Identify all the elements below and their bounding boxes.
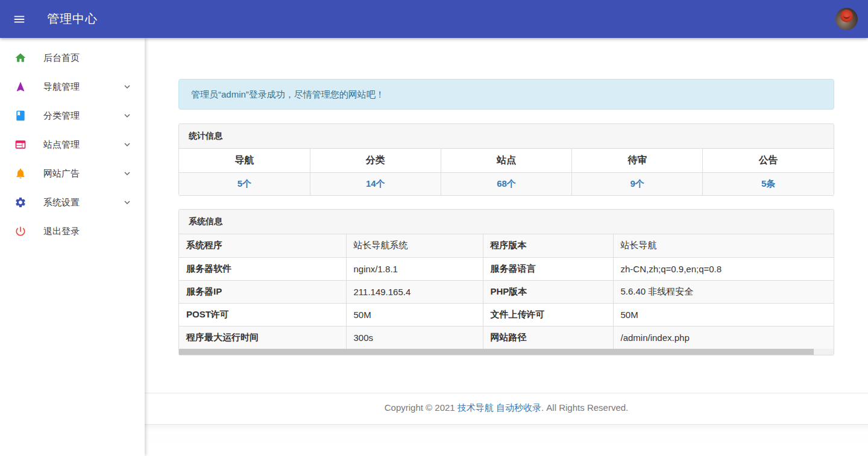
stats-card: 统计信息 导航 分类 站点 待审 公告 5个 14个 68个 [178, 123, 834, 196]
stat-value-notice-link[interactable]: 5条 [761, 178, 775, 189]
sys-value: 站长导航系统 [346, 234, 483, 257]
login-success-alert: 管理员“admin”登录成功，尽情管理您的网站吧！ [178, 79, 834, 110]
sidebar-item-logout[interactable]: 退出登录 [0, 217, 145, 246]
sidebar-item-label: 系统设置 [43, 197, 80, 208]
sys-value: zh-CN,zh;q=0.9,en;q=0.8 [613, 257, 834, 280]
power-icon [14, 225, 27, 237]
book-icon [14, 110, 27, 122]
sidebar-item-site-manage[interactable]: 站点管理 [0, 130, 145, 159]
sidebar-item-dashboard[interactable]: 后台首页 [0, 43, 145, 72]
sys-key: 程序版本 [483, 234, 613, 257]
chevron-down-icon [122, 139, 133, 150]
chevron-down-icon [122, 81, 133, 92]
sys-key: 程序最大运行时间 [179, 326, 346, 349]
sys-value: 300s [346, 326, 483, 349]
sys-value: /admin/index.php [613, 326, 834, 349]
copyright-suffix: . All Rights Reserved. [541, 402, 628, 413]
system-info-card: 系统信息 系统程序 站长导航系统 程序版本 站长导航 服务器软件 nginx/1… [178, 209, 834, 355]
stat-header-pending: 待审 [572, 149, 703, 172]
stat-value-nav-link[interactable]: 5个 [237, 178, 251, 189]
menu-toggle-button[interactable] [7, 7, 31, 31]
sys-key: 服务器语言 [483, 257, 613, 280]
sidebar-item-settings[interactable]: 系统设置 [0, 188, 145, 217]
footer: Copyright © 2021 技术导航 自动秒收录. All Rights … [145, 393, 868, 425]
sidebar-item-nav-manage[interactable]: 导航管理 [0, 72, 145, 101]
table-row: 系统程序 站长导航系统 程序版本 站长导航 [179, 234, 834, 257]
sys-key: 服务器IP [179, 280, 346, 303]
stat-value-site-link[interactable]: 68个 [497, 178, 516, 189]
chevron-down-icon [122, 168, 133, 179]
sys-value: nginx/1.8.1 [346, 257, 483, 280]
stat-header-site: 站点 [441, 149, 571, 172]
copyright-prefix: Copyright © 2021 [385, 402, 458, 413]
stat-header-category: 分类 [310, 149, 441, 172]
main-area: 管理员“admin”登录成功，尽情管理您的网站吧！ 统计信息 导航 分类 站点 … [145, 38, 868, 456]
table-row: 服务器软件 nginx/1.8.1 服务器语言 zh-CN,zh;q=0.9,e… [179, 257, 834, 280]
system-info-table: 系统程序 站长导航系统 程序版本 站长导航 服务器软件 nginx/1.8.1 … [179, 234, 834, 349]
chevron-down-icon [122, 110, 133, 121]
sys-key: 系统程序 [179, 234, 346, 257]
content: 管理员“admin”登录成功，尽情管理您的网站吧！ 统计信息 导航 分类 站点 … [145, 38, 868, 355]
sidebar: 后台首页 导航管理 分类管理 站点管理 网站广告 [0, 38, 145, 456]
sidebar-item-label: 站点管理 [43, 139, 80, 151]
table-row: 程序最大运行时间 300s 网站路径 /admin/index.php [179, 326, 834, 349]
table-row: POST许可 50M 文件上传许可 50M [179, 303, 834, 326]
sidebar-item-label: 导航管理 [43, 81, 80, 93]
sys-value: 50M [613, 303, 834, 326]
sidebar-item-category-manage[interactable]: 分类管理 [0, 101, 145, 130]
sys-key: 文件上传许可 [483, 303, 613, 326]
sys-key: PHP版本 [483, 280, 613, 303]
app-header: 管理中心 [0, 0, 868, 38]
bell-icon [14, 167, 27, 180]
scrollbar-thumb[interactable] [179, 349, 814, 355]
system-card-title: 系统信息 [179, 210, 834, 234]
stat-value-category-link[interactable]: 14个 [366, 178, 385, 189]
sys-key: POST许可 [179, 303, 346, 326]
sys-value: 5.6.40 非线程安全 [613, 280, 834, 303]
sidebar-item-label: 后台首页 [43, 52, 80, 64]
sidebar-item-label: 网站广告 [43, 168, 80, 180]
sidebar-item-label: 退出登录 [43, 226, 80, 237]
page-background [145, 425, 868, 456]
chevron-down-icon [122, 197, 133, 208]
sys-key: 服务器软件 [179, 257, 346, 280]
table-row: 服务器IP 211.149.165.4 PHP版本 5.6.40 非线程安全 [179, 280, 834, 303]
sys-value: 50M [346, 303, 483, 326]
sys-value: 211.149.165.4 [346, 280, 483, 303]
page-title: 管理中心 [47, 11, 98, 27]
avatar[interactable] [835, 8, 858, 30]
stat-header-nav: 导航 [179, 149, 310, 172]
sys-key: 网站路径 [483, 326, 613, 349]
stats-table: 导航 分类 站点 待审 公告 5个 14个 68个 9个 5条 [179, 149, 834, 195]
stats-card-title: 统计信息 [179, 124, 834, 149]
hamburger-icon [13, 13, 26, 26]
sys-value: 站长导航 [613, 234, 834, 257]
stats-value-row: 5个 14个 68个 9个 5条 [179, 172, 834, 195]
stat-value-pending-link[interactable]: 9个 [630, 178, 644, 189]
web-icon [14, 139, 27, 151]
stats-header-row: 导航 分类 站点 待审 公告 [179, 149, 834, 172]
stat-header-notice: 公告 [703, 149, 834, 172]
sidebar-item-label: 分类管理 [43, 110, 80, 122]
gear-icon [14, 196, 27, 208]
avatar-face [840, 10, 853, 22]
sidebar-item-site-ads[interactable]: 网站广告 [0, 159, 145, 188]
navigation-icon [14, 81, 27, 93]
home-icon [14, 52, 27, 64]
horizontal-scrollbar [179, 349, 834, 355]
footer-site-link[interactable]: 技术导航 自动秒收录 [458, 402, 541, 413]
